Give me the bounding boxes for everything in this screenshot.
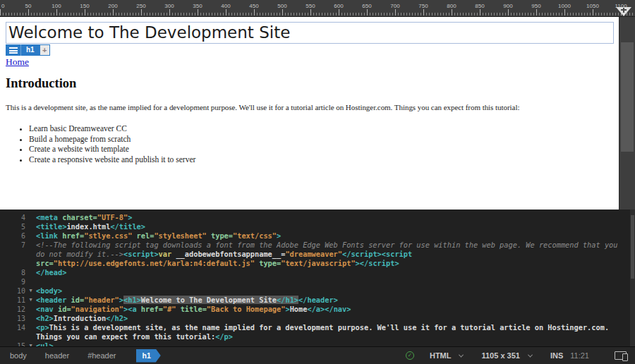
ruler-position-marker-icon[interactable] (616, 7, 631, 16)
ruler-label: 950 (531, 3, 540, 9)
code-line[interactable]: 13<h2>Introduction</h2> (0, 314, 635, 323)
ruler-label: 750 (418, 3, 428, 9)
chevron-down-icon (528, 352, 533, 357)
status-bar: bodyheader#header h1 ✓ HTML 1105 x 351 I… (0, 346, 635, 364)
code-fold-spacer (25, 323, 36, 341)
ruler-label: 100 (52, 3, 61, 9)
selected-h1-element[interactable]: Welcome to The Development Site (6, 22, 614, 44)
code-line[interactable]: 10▼<body> (0, 286, 635, 296)
code-text: <ul> (36, 341, 635, 346)
feature-list: Learn basic Dreamweaver CCBuild a homepa… (6, 123, 612, 164)
code-text: <h2>Introduction</h2> (36, 314, 635, 323)
cursor-position-indicator: 11:21 (570, 351, 589, 360)
line-number: 9 (0, 277, 25, 286)
plus-icon[interactable]: + (40, 44, 50, 56)
code-view[interactable]: 4<meta charset="UTF-8">5<title>index.htm… (0, 210, 635, 346)
ruler-major-ticks (0, 9, 635, 16)
code-text: <header id="header"><h1>Welcome to The D… (36, 296, 635, 305)
design-scrollbar-track[interactable] (619, 17, 635, 210)
code-fold-icon[interactable]: ▼ (25, 296, 36, 305)
lint-ok-icon[interactable]: ✓ (406, 351, 414, 360)
status-bar-right: ✓ HTML 1105 x 351 INS 11:21 (406, 351, 627, 360)
list-item[interactable]: Create a website with template (29, 144, 612, 154)
list-item[interactable]: Build a homepage from scratch (29, 134, 612, 145)
realtime-preview-icon[interactable] (615, 351, 627, 360)
tag-selector-path: bodyheader#header (10, 351, 135, 360)
line-number: 6 (0, 231, 25, 241)
ruler-label: 1000 (558, 3, 571, 9)
active-tag-badge[interactable]: h1 (136, 349, 161, 363)
line-number: 4 (0, 213, 25, 222)
tag-selector-item[interactable]: #header (87, 351, 116, 360)
insert-mode-indicator: INS (550, 351, 563, 360)
ruler-label: 50 (25, 3, 32, 9)
home-link[interactable]: Home (6, 56, 29, 68)
code-line[interactable]: 14<p>This is a development site, as the … (0, 323, 635, 341)
element-display: h1 + (6, 44, 50, 56)
line-number: 5 (0, 222, 25, 231)
code-line[interactable]: 7<!--The following script tag downloads … (0, 241, 635, 268)
dreamweaver-split-view: 0501001502002503003504004505005506006507… (0, 0, 635, 364)
line-number: 15 (0, 341, 25, 346)
intro-paragraph[interactable]: This is a development site, as the name … (6, 103, 619, 111)
code-text: </head> (36, 268, 635, 277)
ruler-label: 200 (108, 3, 117, 9)
code-fold-icon[interactable]: ▼ (25, 286, 36, 296)
window-size-selector[interactable]: 1105 x 351 (481, 351, 531, 360)
chevron-down-icon (459, 352, 464, 357)
horizontal-ruler[interactable]: 0501001502002503003504004505005506006507… (0, 0, 635, 17)
code-text (36, 277, 635, 286)
code-line[interactable]: 11▼<header id="header"><h1>Welcome to Th… (0, 296, 635, 305)
code-text: <link href="stlye.css" rel="stylesheet" … (36, 231, 635, 241)
code-fold-spacer (25, 268, 36, 277)
line-number: 14 (0, 323, 25, 341)
ruler-label: 850 (475, 3, 484, 9)
ruler-label: 650 (362, 3, 371, 9)
tag-selector-item[interactable]: header (45, 351, 69, 360)
code-fold-spacer (25, 314, 36, 323)
code-line[interactable]: 12<nav id="navigation"><a href="#" title… (0, 305, 635, 314)
code-text: <!--The following script tag downloads a… (36, 241, 635, 268)
code-line[interactable]: 9 (0, 277, 635, 286)
ruler-label: 300 (164, 3, 174, 9)
code-line[interactable]: 6<link href="stlye.css" rel="stylesheet"… (0, 231, 635, 241)
code-line[interactable]: 4<meta charset="UTF-8"> (0, 213, 635, 222)
code-scrollbar-thumb[interactable] (631, 215, 634, 279)
code-text: <meta charset="UTF-8"> (36, 213, 635, 222)
code-line[interactable]: 8</head> (0, 268, 635, 277)
tag-selector-item[interactable]: body (10, 351, 27, 360)
design-scrollbar-thumb[interactable] (621, 42, 634, 152)
ruler-label: 700 (390, 3, 399, 9)
ruler-label: 150 (80, 3, 89, 9)
list-item[interactable]: Learn basic Dreamweaver CC (29, 123, 612, 134)
line-number: 13 (0, 314, 25, 323)
code-fold-spacer (25, 231, 36, 241)
code-fold-spacer (25, 305, 36, 314)
doctype-selector[interactable]: HTML (430, 351, 464, 360)
code-fold-spacer (25, 213, 36, 222)
ruler-label: 550 (306, 3, 315, 9)
code-fold-spacer (25, 222, 36, 231)
page-title: Welcome to The Development Site (8, 23, 290, 42)
code-scrollbar-track[interactable] (630, 210, 635, 346)
code-text: <nav id="navigation"><a href="#" title="… (36, 305, 635, 314)
code-fold-icon[interactable]: ▼ (25, 341, 36, 346)
line-number: 10 (0, 286, 25, 296)
list-item[interactable]: Create a responsive website and publish … (29, 154, 612, 165)
code-line[interactable]: 15▼<ul> (0, 341, 635, 346)
design-view[interactable]: Welcome to The Development Site h1 + Hom… (0, 17, 619, 210)
ruler-label: 450 (249, 3, 258, 9)
ruler-label: 0 (1, 3, 4, 9)
intro-heading[interactable]: Introduction (6, 76, 76, 91)
element-tag-badge[interactable]: h1 (20, 44, 40, 56)
code-fold-spacer (25, 277, 36, 286)
code-lines: 4<meta charset="UTF-8">5<title>index.htm… (0, 213, 635, 346)
code-text: <body> (36, 286, 635, 296)
code-fold-spacer (25, 241, 36, 268)
ruler-label: 400 (221, 3, 230, 9)
code-line[interactable]: 5<title>index.html</title> (0, 222, 635, 231)
ruler-label: 800 (447, 3, 456, 9)
ruler-label: 1050 (586, 3, 599, 9)
ruler-label: 250 (136, 3, 145, 9)
hamburger-icon[interactable] (6, 44, 20, 56)
